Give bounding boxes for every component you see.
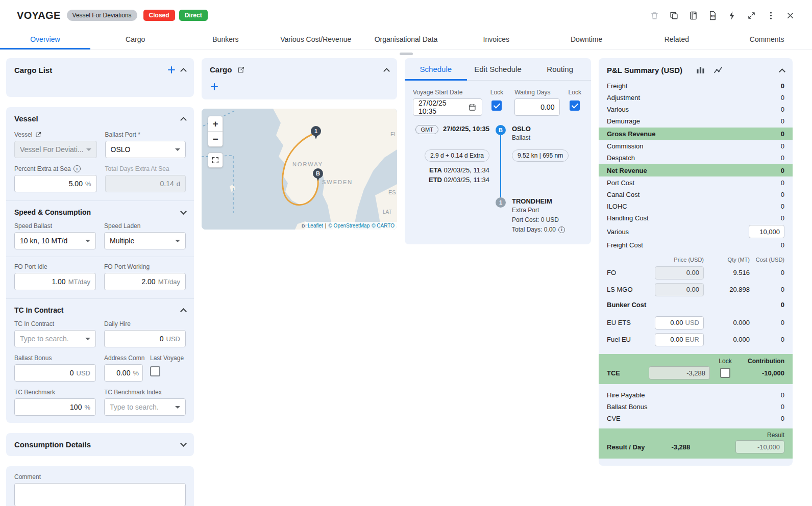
tc-benchmark-index-select[interactable]: Type to search. [104,398,186,416]
fo-price-input[interactable]: 0.00 [655,266,704,280]
tab-organisational-data[interactable]: Organisational Data [361,31,451,49]
line-chart-icon[interactable] [713,65,723,75]
openstreetmap-link[interactable]: © OpenStreetMap [328,223,370,229]
speed-consumption-chevron-icon[interactable] [180,208,187,215]
leg-speed-distance-pill: 9.52 kn | 695 nm [512,149,569,162]
result-input[interactable]: -10,000 [735,440,784,453]
fuel-eu-price-input[interactable]: 0.00EUR [655,333,704,346]
tab-invoices[interactable]: Invoices [451,31,542,49]
info-icon[interactable]: i [73,165,81,172]
more-options-button[interactable] [762,7,779,24]
add-cargo-item-button[interactable] [210,82,219,91]
chevron-down-icon [175,148,180,151]
cargo-panel-chevron-icon[interactable] [383,68,390,74]
tab-routing[interactable]: Routing [529,58,591,81]
result-per-day-label: Result / Day [607,443,645,451]
tab-various-cost-revenue[interactable]: Various Cost/Revenue [270,31,361,49]
chevron-down-icon [85,240,90,242]
tab-related[interactable]: Related [631,31,722,49]
total-days-extra-label: Total Days Extra At Sea [105,165,186,172]
info-icon[interactable]: i [558,226,565,233]
tce-lock-checkbox[interactable] [720,368,730,378]
pdf-export-button[interactable]: PDF [704,7,721,24]
ballast-bonus-field: Ballast Bonus 0USD [14,355,96,382]
tab-downtime[interactable]: Downtime [542,31,632,49]
tc-benchmark-index-field: TC Benchmark Index Type to search. [104,389,186,416]
external-link-icon[interactable] [35,131,42,138]
copy-button[interactable] [666,7,682,24]
fo-port-idle-input[interactable]: 1.00MT/day [14,273,96,290]
contribution-label: Contribution [741,358,784,365]
ballast-bonus-input[interactable]: 0USD [14,364,96,382]
pnl-collapse-chevron-icon[interactable] [779,68,785,75]
expand-button[interactable] [743,7,760,24]
lsmgo-price-input[interactable]: 0.00 [655,283,704,296]
voyage-map[interactable]: NORWAY SWEDEN FI ES LAT DEN 1 B [202,109,397,230]
map-label-lat: LAT [383,209,392,215]
leaflet-link[interactable]: Leaflet [308,223,323,229]
pnl-title: P&L Summary (USD) [607,66,682,74]
quick-actions-button[interactable] [724,7,741,24]
carto-link[interactable]: © CARTO [372,223,395,229]
tc-contract-label: TC In Contract [14,320,96,327]
waiting-days-input[interactable]: 0.00 [514,98,560,116]
copy-icon [669,11,679,20]
pnl-row: Adjustment0 [607,92,784,104]
vessel-panel-title: Vessel [14,114,38,123]
vessel-select[interactable]: Vessel For Deviati... [14,141,97,158]
speed-laden-field: Speed Laden Multiple [104,222,186,249]
pnl-various-cost-row: Various 10,000 [607,224,784,239]
percent-extra-input[interactable]: 5.00% [14,175,97,192]
tc-benchmark-field: TC Benchmark 100% [14,389,96,416]
fo-port-working-input[interactable]: 2.00MT/day [104,273,186,290]
voyage-start-lock-checkbox[interactable] [491,100,502,111]
eu-ets-price-input[interactable]: 0.00USD [655,316,704,330]
svg-text:PDF: PDF [711,15,716,17]
calendar-icon[interactable] [468,103,477,112]
close-button[interactable] [782,7,799,24]
speed-laden-select[interactable]: Multiple [104,232,186,249]
speed-ballast-select[interactable]: 10 kn, 10 MT/d [14,232,96,249]
tab-edit-schedule[interactable]: Edit Schedule [467,58,529,81]
vessel-collapse-chevron-icon[interactable] [180,117,187,123]
tab-cargo[interactable]: Cargo [90,31,181,49]
tab-bunkers[interactable]: Bunkers [181,31,271,49]
consumption-details-chevron-icon[interactable] [180,440,187,447]
tc-in-contract-chevron-icon[interactable] [180,308,187,315]
start-datetime: 27/02/25, 10:35 [443,125,489,133]
vessel-field: Vessel Vessel For Deviati... [14,131,97,158]
tab-schedule[interactable]: Schedule [405,58,467,81]
tab-overview[interactable]: Overview [0,31,90,49]
comment-textarea[interactable] [14,483,186,506]
external-link-icon[interactable] [237,66,245,74]
tc-benchmark-input[interactable]: 100% [14,398,96,416]
map-zoom-out-button[interactable]: − [208,132,223,146]
pnl-row: Demurrage0 [607,115,784,127]
last-voyage-checkbox[interactable] [150,366,160,376]
tc-contract-field: TC In Contract Type to search. [14,320,96,347]
bar-chart-icon[interactable] [696,65,705,75]
fo-port-working-field: FO Port Working 2.00MT/day [104,263,186,290]
tc-contract-select[interactable]: Type to search. [14,330,96,347]
tab-comments[interactable]: Comments [722,31,812,49]
map-fullscreen-button[interactable] [208,153,223,168]
delete-button[interactable] [646,7,663,24]
add-cargo-button[interactable] [167,65,176,74]
layout-resize-handle[interactable] [400,53,413,55]
ballast-port-select[interactable]: OSLO [105,141,186,158]
origin-port-name: OSLO [512,125,583,133]
speed-ballast-field: Speed Ballast 10 kn, 10 MT/d [14,222,96,249]
map-zoom-in-button[interactable]: + [208,116,223,131]
destination-port-marker[interactable]: 1 [496,197,506,208]
waiting-days-lock-checkbox[interactable] [570,100,580,111]
daily-hire-input[interactable]: 0USD [104,330,186,347]
various-cost-input[interactable]: 10,000 [749,225,784,238]
main-tab-bar: Overview Cargo Bunkers Various Cost/Reve… [0,31,812,50]
logbook-button[interactable] [685,7,702,24]
tce-input[interactable]: -3,288 [649,366,710,380]
voyage-start-date-input[interactable]: 27/02/25 10:35 [413,98,482,116]
cargo-list-collapse-chevron-icon[interactable] [180,68,187,74]
address-comn-input[interactable]: 0.00% [104,364,143,382]
origin-port-marker[interactable]: B [496,125,506,135]
fullscreen-icon [211,156,219,164]
